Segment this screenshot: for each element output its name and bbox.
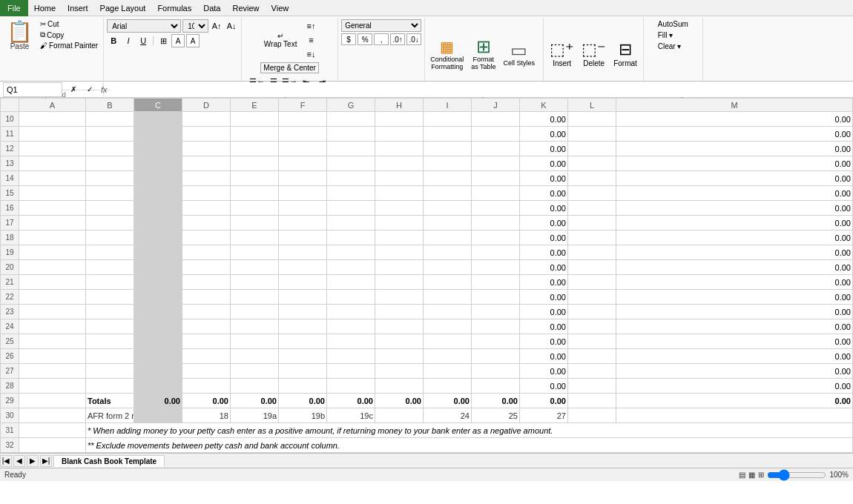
cell-g22[interactable] <box>327 290 375 305</box>
cell-g11[interactable] <box>327 127 375 142</box>
align-top-left-button[interactable]: ≡↑ <box>303 19 318 33</box>
cell-b19[interactable] <box>86 245 134 260</box>
cell-j19[interactable] <box>472 245 520 260</box>
cell-h26[interactable] <box>375 349 424 364</box>
cell-g13[interactable] <box>327 156 375 171</box>
borders-button[interactable]: ⊞ <box>157 34 170 47</box>
insert-button[interactable]: ⬚⁺ Insert <box>547 39 577 69</box>
cell-e20[interactable] <box>231 260 279 275</box>
cell-k28[interactable]: 0.00 <box>520 379 568 394</box>
cell-c14[interactable] <box>134 171 182 186</box>
cell-f19[interactable] <box>279 245 327 260</box>
cell-j26[interactable] <box>472 349 520 364</box>
cell-b24[interactable] <box>86 319 134 334</box>
cell-a12[interactable] <box>19 142 86 156</box>
cell-i17[interactable] <box>424 216 472 231</box>
cell-e10[interactable] <box>231 112 279 127</box>
wrap-text-button[interactable]: ↵ Wrap Text <box>261 30 300 50</box>
cell-j20[interactable] <box>472 260 520 275</box>
cell-i25[interactable] <box>424 334 472 349</box>
cell-c11[interactable] <box>134 127 182 142</box>
menu-formulas[interactable]: Formulas <box>151 0 197 16</box>
cell-d19[interactable] <box>182 245 231 260</box>
cell-c21[interactable] <box>134 275 182 290</box>
cell-k13[interactable]: 0.00 <box>520 156 568 171</box>
cell-k12[interactable]: 0.00 <box>520 142 568 156</box>
cell-e18[interactable] <box>231 231 279 245</box>
cell-a31[interactable] <box>19 423 86 438</box>
menu-view[interactable]: View <box>266 0 295 16</box>
cell-k15[interactable]: 0.00 <box>520 186 568 201</box>
menu-data[interactable]: Data <box>197 0 226 16</box>
cell-m18[interactable]: 0.00 <box>616 231 853 245</box>
cell-k29[interactable]: 0.00 <box>520 394 568 408</box>
cell-styles-button[interactable]: ▭ Cell Styles <box>501 40 538 68</box>
cell-f15[interactable] <box>279 186 327 201</box>
cell-a30[interactable] <box>19 408 86 423</box>
cell-m20[interactable]: 0.00 <box>616 260 853 275</box>
cell-m24[interactable]: 0.00 <box>616 319 853 334</box>
cell-g17[interactable] <box>327 216 375 231</box>
col-header-h[interactable]: H <box>375 99 424 112</box>
cell-i26[interactable] <box>424 349 472 364</box>
cell-h29[interactable]: 0.00 <box>375 394 424 408</box>
cell-b21[interactable] <box>86 275 134 290</box>
cell-h23[interactable] <box>375 305 424 319</box>
cell-a15[interactable] <box>19 186 86 201</box>
cell-g18[interactable] <box>327 231 375 245</box>
col-header-a[interactable]: A <box>19 99 86 112</box>
cell-j18[interactable] <box>472 231 520 245</box>
clear-button[interactable]: Clear ▾ <box>656 42 691 51</box>
cell-e27[interactable] <box>231 364 279 379</box>
cell-g28[interactable] <box>327 379 375 394</box>
cell-m16[interactable]: 0.00 <box>616 201 853 216</box>
font-color-button[interactable]: A <box>186 34 200 47</box>
fill-button[interactable]: Fill ▾ <box>656 30 691 40</box>
cell-i14[interactable] <box>424 171 472 186</box>
cell-k24[interactable]: 0.00 <box>520 319 568 334</box>
cell-d11[interactable] <box>182 127 231 142</box>
cell-f28[interactable] <box>279 379 327 394</box>
align-middle-button[interactable]: ≡ <box>303 33 318 47</box>
cell-g20[interactable] <box>327 260 375 275</box>
cell-k27[interactable]: 0.00 <box>520 364 568 379</box>
cell-j14[interactable] <box>472 171 520 186</box>
cell-c17[interactable] <box>134 216 182 231</box>
cell-h27[interactable] <box>375 364 424 379</box>
cell-h24[interactable] <box>375 319 424 334</box>
cell-f21[interactable] <box>279 275 327 290</box>
cell-c25[interactable] <box>134 334 182 349</box>
cell-m19[interactable]: 0.00 <box>616 245 853 260</box>
cell-g27[interactable] <box>327 364 375 379</box>
cell-b22[interactable] <box>86 290 134 305</box>
cell-e24[interactable] <box>231 319 279 334</box>
cell-a21[interactable] <box>19 275 86 290</box>
cell-l29[interactable] <box>568 394 616 408</box>
sheet-tab-nav-prev[interactable]: ◀ <box>13 455 25 467</box>
cell-j10[interactable] <box>472 112 520 127</box>
cell-e13[interactable] <box>231 156 279 171</box>
cell-k20[interactable]: 0.00 <box>520 260 568 275</box>
cell-k23[interactable]: 0.00 <box>520 305 568 319</box>
cell-i11[interactable] <box>424 127 472 142</box>
cell-i20[interactable] <box>424 260 472 275</box>
cell-l22[interactable] <box>568 290 616 305</box>
zoom-slider[interactable] <box>767 471 826 479</box>
cell-f27[interactable] <box>279 364 327 379</box>
cell-b28[interactable] <box>86 379 134 394</box>
dollar-button[interactable]: $ <box>341 33 356 45</box>
menu-review[interactable]: Review <box>226 0 265 16</box>
cell-f25[interactable] <box>279 334 327 349</box>
cell-a27[interactable] <box>19 364 86 379</box>
cell-d15[interactable] <box>182 186 231 201</box>
cell-l16[interactable] <box>568 201 616 216</box>
cell-a23[interactable] <box>19 305 86 319</box>
cell-c30[interactable] <box>134 408 182 423</box>
cell-a17[interactable] <box>19 216 86 231</box>
cell-i28[interactable] <box>424 379 472 394</box>
menu-insert[interactable]: Insert <box>62 0 94 16</box>
cell-j22[interactable] <box>472 290 520 305</box>
decrease-decimal-button[interactable]: .0↓ <box>406 33 421 45</box>
confirm-formula-button[interactable]: ✓ <box>83 83 96 96</box>
cell-k21[interactable]: 0.00 <box>520 275 568 290</box>
